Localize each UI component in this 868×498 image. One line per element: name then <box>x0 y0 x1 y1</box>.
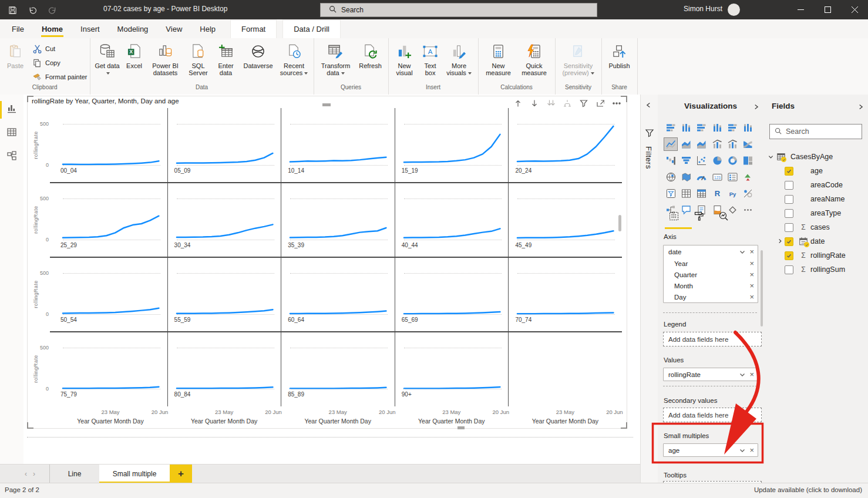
maximize-button[interactable] <box>814 0 841 19</box>
scatter-chart-icon[interactable] <box>695 154 708 167</box>
line-and-stacked-column-chart-icon[interactable] <box>711 138 724 150</box>
remove-field-icon[interactable]: × <box>749 371 754 378</box>
quick-measure-button[interactable]: Quick measure <box>517 41 551 76</box>
collapse-visualizations-icon[interactable] <box>753 102 759 113</box>
small-multiple-80-84[interactable]: 80_84 <box>167 332 281 406</box>
search-input[interactable]: Search <box>320 3 597 17</box>
expand-filters-icon[interactable] <box>646 100 651 111</box>
chevron-down-icon[interactable] <box>739 248 745 255</box>
sidebar-item-model-view[interactable] <box>0 146 23 167</box>
small-multiple-60-64[interactable]: 60_64 <box>281 257 394 332</box>
small-multiple-50-54[interactable]: 50_54 <box>53 257 167 332</box>
power-bi-datasets-button[interactable]: Power BI datasets <box>148 41 183 76</box>
more-visuals-button[interactable]: More visuals <box>444 41 475 76</box>
sql-server-button[interactable]: SQL Server <box>186 41 211 76</box>
publish-button[interactable]: Publish <box>605 41 634 69</box>
field-item-rollingrate[interactable]: ΣrollingRate <box>763 248 868 263</box>
matrix-icon[interactable] <box>695 187 708 200</box>
field-chip-month[interactable]: Month× <box>664 280 758 291</box>
small-multiple-75-79[interactable]: 75_79 <box>53 332 167 406</box>
well-secondary-values-empty[interactable]: Add data fields here <box>663 408 762 422</box>
field-chip-quarter[interactable]: Quarter× <box>664 269 758 280</box>
small-multiple-40-44[interactable]: 40_44 <box>395 183 508 257</box>
field-chip-rollingrate[interactable]: rollingRate× <box>664 368 758 381</box>
cut-button[interactable]: Cut <box>32 42 88 56</box>
filled-map-icon[interactable] <box>679 171 692 183</box>
fields-tab-icon[interactable] <box>668 211 679 224</box>
treemap-icon[interactable] <box>742 154 755 167</box>
sidebar-item-data-view[interactable] <box>0 123 23 144</box>
ribbon-chart-icon[interactable] <box>742 138 755 150</box>
stacked-area-chart-icon[interactable] <box>695 138 708 150</box>
copy-button[interactable]: Copy <box>32 56 88 70</box>
ribbon-tab-insert[interactable]: Insert <box>72 19 109 38</box>
small-multiple-70-74[interactable]: 70_74 <box>508 257 621 332</box>
field-item-areaname[interactable]: areaName <box>763 192 868 206</box>
pie-chart-icon[interactable] <box>711 154 724 167</box>
field-item-areacode[interactable]: areaCode <box>763 178 868 192</box>
remove-field-icon[interactable]: × <box>749 282 754 290</box>
remove-field-icon[interactable]: × <box>749 260 754 267</box>
collapse-fields-icon[interactable] <box>858 102 863 113</box>
small-multiple-00-04[interactable]: 00_04 <box>53 108 167 183</box>
map-icon[interactable] <box>664 171 677 183</box>
card-icon[interactable]: 123 <box>711 171 724 183</box>
line-and-clustered-column-chart-icon[interactable] <box>726 138 739 150</box>
excel-button[interactable]: XExcel <box>123 41 146 69</box>
drag-handle[interactable] <box>322 103 331 106</box>
key-influencers-icon[interactable] <box>742 187 755 200</box>
new-page-button[interactable]: + <box>170 465 192 483</box>
resize-handle[interactable] <box>457 426 465 429</box>
selection-handle[interactable] <box>621 96 627 102</box>
funnel-chart-icon[interactable] <box>679 154 692 167</box>
small-multiple-15-19[interactable]: 15_19 <box>395 108 508 183</box>
donut-chart-icon[interactable] <box>726 154 739 167</box>
well-legend-empty[interactable]: Add data fields here <box>663 332 762 346</box>
report-canvas[interactable]: rollingRate by Year, Quarter, Month, Day… <box>23 95 640 464</box>
stacked-column-chart-icon[interactable] <box>679 122 692 134</box>
new-visual-button[interactable]: New visual <box>392 41 417 76</box>
field-checkbox[interactable] <box>785 251 793 260</box>
undo-icon[interactable] <box>27 5 38 15</box>
small-multiple-10-14[interactable]: 10_14 <box>281 108 394 183</box>
kpi-icon[interactable] <box>742 171 755 183</box>
selection-handle[interactable] <box>621 422 627 429</box>
filters-pane-label[interactable]: Filters <box>644 146 653 169</box>
minimize-button[interactable] <box>787 0 814 19</box>
field-chip-year[interactable]: Year× <box>664 258 758 269</box>
small-multiple-55-59[interactable]: 55_59 <box>167 257 281 332</box>
gauge-icon[interactable] <box>695 171 708 183</box>
small-multiple-85-89[interactable]: 85_89 <box>281 332 394 406</box>
analytics-tab-icon[interactable] <box>718 211 729 224</box>
collapse-table-icon[interactable] <box>766 154 775 160</box>
field-item-cases[interactable]: Σcases <box>763 220 868 234</box>
paste-button[interactable]: Paste <box>4 41 27 69</box>
field-checkbox[interactable] <box>785 195 793 204</box>
refresh-button[interactable]: Refresh <box>356 41 385 69</box>
enter-data-button[interactable]: Enter data <box>214 41 238 76</box>
page-tab-small-multiple[interactable]: Small multiple <box>99 465 170 483</box>
field-checkbox[interactable] <box>785 223 793 232</box>
sensitivity-preview-button[interactable]: Sensitivity (preview) <box>559 41 598 76</box>
small-multiple-30-34[interactable]: 30_34 <box>167 183 281 257</box>
ribbon-tab-home[interactable]: Home <box>33 19 72 38</box>
remove-field-icon[interactable]: × <box>749 271 754 278</box>
user-name[interactable]: Simon Hurst <box>684 5 722 13</box>
small-multiple-65-69[interactable]: 65_69 <box>395 257 508 332</box>
remove-field-icon[interactable]: × <box>749 248 754 255</box>
field-item-date[interactable]: date <box>763 234 868 248</box>
selection-handle[interactable] <box>27 422 33 429</box>
waterfall-chart-icon[interactable] <box>664 154 677 167</box>
field-chip-day[interactable]: Day× <box>664 291 758 302</box>
field-item-age[interactable]: age <box>763 164 868 178</box>
r-script-visual-icon[interactable]: R <box>711 187 724 200</box>
small-multiple-35-39[interactable]: 35_39 <box>281 183 394 257</box>
field-chip-age[interactable]: age× <box>664 444 758 456</box>
fields-table-casesbyage[interactable]: CasesByAge <box>763 150 868 164</box>
format-painter-button[interactable]: Format painter <box>32 70 88 84</box>
remove-field-icon[interactable]: × <box>749 293 754 301</box>
slicer-icon[interactable] <box>664 187 677 200</box>
field-checkbox[interactable] <box>785 237 793 246</box>
clustered-column-chart-icon[interactable] <box>711 122 724 134</box>
redo-icon[interactable] <box>47 5 58 15</box>
